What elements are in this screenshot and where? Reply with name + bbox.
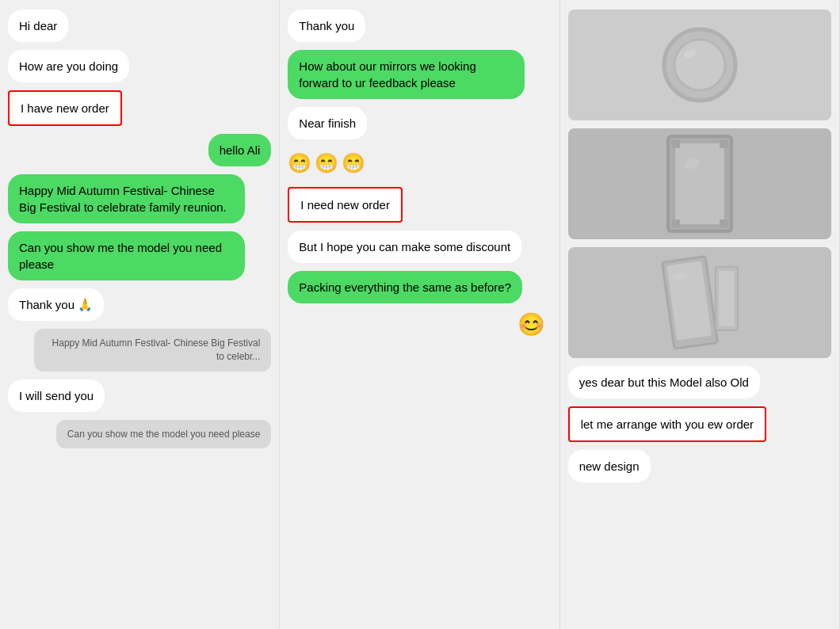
svg-rect-5 [672, 140, 680, 148]
svg-rect-4 [675, 143, 724, 224]
bubble-thank-you: Thank you [288, 10, 365, 42]
message-row: Thank you [288, 10, 551, 42]
bubble-hello-ali: hello Ali [208, 134, 272, 166]
emoji-row: 😁 😁 😁 [288, 147, 551, 179]
message-row: Near finish [288, 107, 551, 139]
message-row: Thank you 🙏 [8, 288, 271, 321]
smiley-icon: 😊 [517, 311, 545, 337]
bubble-arrange-order: let me arrange with you ew order [568, 406, 766, 442]
message-row: But I hope you can make some discount [288, 231, 551, 263]
emoji-1: 😁 [288, 152, 311, 174]
message-row: How about our mirrors we looking forward… [288, 50, 551, 99]
message-row: How are you doing [8, 50, 271, 82]
svg-rect-7 [672, 219, 680, 227]
message-row: Hi dear [8, 10, 271, 42]
bubble-mid-autumn-small: Happy Mid Autumn Festival- Chinese Big F… [34, 329, 271, 372]
bubble-show-model: Can you show me the model you need pleas… [8, 231, 245, 280]
bubble-show-model-small: Can you show me the model you need pleas… [56, 420, 272, 449]
message-row: I have new order [8, 90, 271, 126]
message-row: let me arrange with you ew order [568, 406, 831, 442]
bubble-mid-autumn: Happy Mid Autumn Festival- Chinese Big F… [8, 174, 245, 223]
message-row: I need new order [288, 187, 551, 223]
message-row: Happy Mid Autumn Festival- Chinese Big F… [8, 329, 271, 372]
message-row: Can you show me the model you need pleas… [8, 231, 271, 280]
emoji-3: 😁 [342, 152, 365, 174]
bubble-new-design: new design [568, 450, 651, 482]
message-row: new design [568, 450, 831, 482]
svg-point-1 [674, 40, 725, 90]
bubble-thank-you-pray: Thank you 🙏 [8, 288, 104, 321]
svg-rect-13 [719, 271, 735, 326]
message-row: Packing everything the same as before? [288, 271, 551, 303]
image-mirror-2 [568, 128, 831, 239]
bubble-discount: But I hope you can make some discount [288, 231, 521, 263]
image-mirror-1 [568, 10, 831, 120]
image-mirror-3 [568, 247, 831, 358]
chat-column-2: Thank you How about our mirrors we looki… [280, 0, 559, 629]
emoji-2: 😁 [315, 152, 338, 174]
svg-rect-6 [720, 140, 727, 148]
bubble-hi-dear: Hi dear [8, 10, 68, 42]
message-row: Happy Mid Autumn Festival- Chinese Big F… [8, 174, 271, 223]
message-row: I will send you [8, 379, 271, 412]
message-row: hello Ali [8, 134, 271, 166]
chat-column-3: yes dear but this Model also Old let me … [560, 0, 840, 629]
bubble-will-send: I will send you [8, 379, 105, 412]
chat-column-1: Hi dear How are you doing I have new ord… [0, 0, 280, 629]
bubble-near-finish: Near finish [288, 107, 367, 139]
message-row: Can you show me the model you need pleas… [8, 420, 271, 449]
bubble-yes-dear: yes dear but this Model also Old [568, 366, 760, 398]
svg-rect-8 [720, 219, 727, 227]
bubble-how-are-you: How are you doing [8, 50, 129, 82]
message-row: yes dear but this Model also Old [568, 366, 831, 398]
bubble-need-new-order: I need new order [288, 187, 403, 223]
bubble-have-new-order: I have new order [8, 90, 122, 126]
bubble-packing: Packing everything the same as before? [288, 271, 522, 303]
bubble-mirrors-feedback: How about our mirrors we looking forward… [288, 50, 525, 99]
emoji-icon-row: 😊 [288, 311, 551, 337]
